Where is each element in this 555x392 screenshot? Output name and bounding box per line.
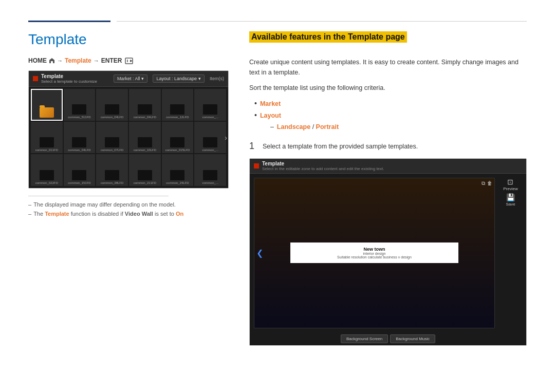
thumb-label-8: common_07LFD <box>101 148 123 152</box>
right-mockup-sidebar: ⊡ Preview 💾 Save <box>499 178 522 328</box>
thumb-folder[interactable] <box>31 89 63 121</box>
right-mockup-header: Template Select in the editable zone to … <box>250 159 526 174</box>
note-2: – The Template function is disabled if V… <box>28 210 229 219</box>
table-row[interactable]: common_015LFD <box>162 122 194 154</box>
next-arrow-icon[interactable]: › <box>225 134 227 142</box>
thumb-label-3: common_04LFD <box>134 116 156 119</box>
table-row[interactable]: common_... <box>194 122 226 154</box>
save-icon: 💾 <box>506 193 515 201</box>
note-on-highlight: On <box>176 211 183 217</box>
folder-icon <box>40 107 54 118</box>
save-sidebar-btn[interactable]: 💾 Save <box>506 193 515 207</box>
background-screen-btn[interactable]: Background Screen <box>341 334 388 343</box>
main-layout: Template HOME → Template → ENTER T <box>28 31 527 346</box>
top-rule-line <box>117 21 527 22</box>
right-mockup-logo-square <box>254 163 259 169</box>
screen-icon <box>203 137 217 147</box>
prev-arrow-icon[interactable]: ❮ <box>256 248 263 258</box>
screen-icon <box>40 170 54 180</box>
step-number-1: 1 <box>249 140 257 152</box>
table-row[interactable]: common_04LFD <box>96 89 128 121</box>
table-row[interactable]: common_04LFD <box>64 122 96 154</box>
breadcrumb-template: Template <box>65 57 91 64</box>
table-row[interactable]: common_011FD <box>31 122 63 154</box>
thumb-label-13: common_151FD <box>68 181 90 185</box>
mockup-title: Template <box>41 73 97 79</box>
screen-icon <box>170 104 184 115</box>
note-1: – The displayed image may differ dependi… <box>28 200 229 210</box>
layout-sub-list: – Landscape / Portrait <box>260 121 339 133</box>
description-text: Create unique content using templates. I… <box>249 57 527 78</box>
table-row[interactable]: common_211FD <box>129 154 161 186</box>
preview-tagline: Suitable resolution calculate business v… <box>294 255 454 259</box>
list-item-market: • Market <box>254 98 527 110</box>
step-1-text: Select a template from the provided samp… <box>263 140 418 152</box>
enter-icon <box>125 58 134 64</box>
section-title-wrapper: Available features in the Template page <box>249 31 527 50</box>
save-btn-label: Save <box>506 202 515 207</box>
screen-icon <box>105 170 119 180</box>
screen-icon <box>105 104 119 115</box>
list-item-landscape: – Landscape / Portrait <box>270 121 339 133</box>
mockup-grid: common_511FD common_04LFD common_04LFD c… <box>29 87 228 188</box>
preview-bottom-buttons: Background Screen Background Music <box>250 332 526 345</box>
preview-title: New town <box>294 247 454 252</box>
table-row[interactable]: common_... <box>194 89 226 121</box>
table-row[interactable]: common_022FD <box>31 154 63 186</box>
screen-icon <box>170 137 184 147</box>
background-music-btn[interactable]: Background Music <box>390 334 435 343</box>
preview-btn-label: Preview <box>503 186 517 191</box>
screen-preview-content: New town interior design Suitable resolu… <box>290 242 458 263</box>
thumb-label-12: common_022FD <box>35 181 58 185</box>
screen-icon <box>203 170 217 180</box>
table-row[interactable]: common_... <box>194 154 226 186</box>
screen-icon <box>138 104 152 115</box>
thumb-label-6: common_011FD <box>35 148 58 152</box>
table-row[interactable]: common_07LFD <box>96 122 128 154</box>
layout-bullet-label: Layout <box>260 112 281 119</box>
home-icon <box>49 58 55 64</box>
screen-icon <box>170 170 184 180</box>
screen-icon <box>138 170 152 180</box>
mockup-header-right: Market : All ▾ Layout : Landscape ▾ Item… <box>114 74 224 83</box>
market-bullet-label: Market <box>260 98 281 110</box>
table-row[interactable]: common_24LFD <box>162 154 194 186</box>
thumb-label-1: common_511FD <box>68 116 90 119</box>
thumb-label-4: common_12LFD <box>166 116 189 119</box>
table-row[interactable]: common_511FD <box>64 89 96 121</box>
thumb-label-10: common_015LFD <box>165 148 190 152</box>
delete-icon[interactable]: 🗑 <box>487 180 492 186</box>
top-rule <box>28 21 527 22</box>
table-row[interactable]: common_151FD <box>64 154 96 186</box>
note-video-wall: Video Wall <box>125 211 153 217</box>
table-row[interactable]: common_12LFD <box>162 89 194 121</box>
table-row[interactable]: common_38LFD <box>96 154 128 186</box>
thumb-label-9: common_10LFD <box>134 148 156 152</box>
table-row[interactable]: common_10LFD <box>129 122 161 154</box>
page-title: Template <box>28 31 229 48</box>
preview-icons-top: ⧉ 🗑 <box>482 180 492 186</box>
svg-marker-0 <box>49 58 54 63</box>
thumb-label-15: common_211FD <box>134 181 156 185</box>
thumb-label-2: common_04LFD <box>101 116 123 119</box>
layout-label: Layout : Landscape <box>156 76 197 81</box>
preview-subtitle: interior design <box>294 252 454 255</box>
note-template-highlight: Template <box>45 211 69 217</box>
right-panel: Available features in the Template page … <box>249 31 527 346</box>
notes-divider <box>28 196 169 196</box>
preview-sidebar-btn[interactable]: ⊡ Preview <box>503 178 517 191</box>
mockup-logo-square <box>33 76 38 81</box>
right-mockup-subtitle: Select in the editable zone to add conte… <box>262 166 384 171</box>
thumb-label-11: common_... <box>202 148 218 152</box>
copy-icon[interactable]: ⧉ <box>482 180 485 186</box>
screen-icon <box>138 137 152 147</box>
market-dropdown[interactable]: Market : All ▾ <box>114 74 148 83</box>
mockup-subtitle: Select a template to customize <box>41 79 97 84</box>
list-item-layout: • Layout – Landscape / Portrait <box>254 110 527 133</box>
table-row[interactable]: common_04LFD <box>129 89 161 121</box>
screen-preview: ⧉ 🗑 ❮ New town interior design Suitable … <box>254 178 495 328</box>
breadcrumb-enter: ENTER <box>101 57 122 64</box>
layout-dropdown[interactable]: Layout : Landscape ▾ <box>153 74 205 83</box>
breadcrumb: HOME → Template → ENTER <box>28 57 229 64</box>
breadcrumb-arrow1: → <box>57 58 63 64</box>
